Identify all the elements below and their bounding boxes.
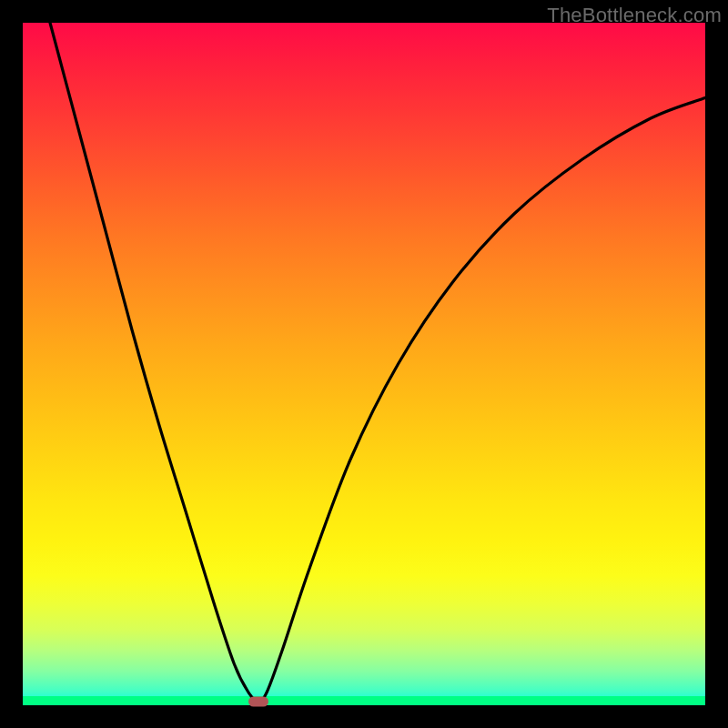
watermark-text: TheBottleneck.com bbox=[547, 4, 722, 27]
curve-layer bbox=[23, 23, 705, 705]
chart-frame: TheBottleneck.com bbox=[0, 0, 728, 728]
bottleneck-curve bbox=[50, 23, 705, 702]
optimum-marker bbox=[248, 697, 268, 707]
